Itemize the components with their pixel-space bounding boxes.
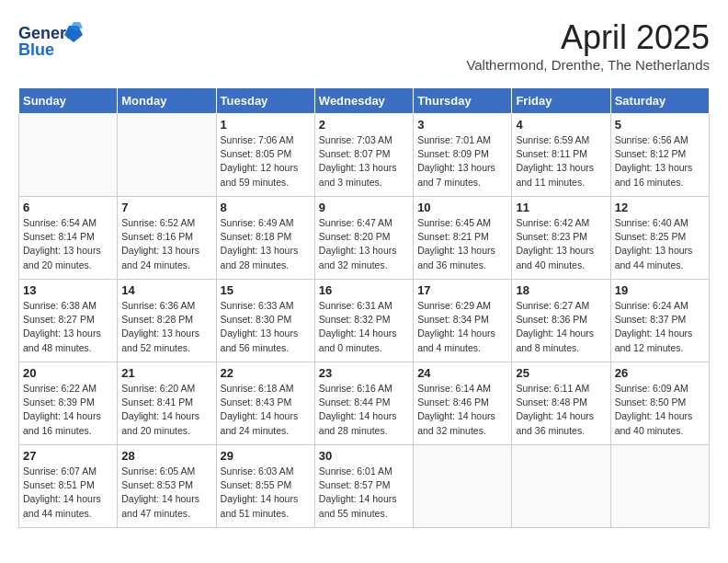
calendar-cell: 16Sunrise: 6:31 AM Sunset: 8:32 PM Dayli… bbox=[314, 280, 413, 362]
calendar-header-row: SundayMondayTuesdayWednesdayThursdayFrid… bbox=[19, 88, 710, 114]
calendar-cell: 1Sunrise: 7:06 AM Sunset: 8:05 PM Daylig… bbox=[216, 114, 314, 197]
calendar-cell: 13Sunrise: 6:38 AM Sunset: 8:27 PM Dayli… bbox=[19, 280, 118, 362]
day-info: Sunrise: 6:07 AM Sunset: 8:51 PM Dayligh… bbox=[23, 465, 113, 521]
page-header: General Blue April 2025 Valthermond, Dre… bbox=[18, 18, 710, 73]
calendar-cell: 9Sunrise: 6:47 AM Sunset: 8:20 PM Daylig… bbox=[314, 197, 413, 280]
calendar-cell: 18Sunrise: 6:27 AM Sunset: 8:36 PM Dayli… bbox=[512, 280, 610, 362]
day-info: Sunrise: 6:29 AM Sunset: 8:34 PM Dayligh… bbox=[417, 299, 507, 355]
day-info: Sunrise: 6:56 AM Sunset: 8:12 PM Dayligh… bbox=[615, 133, 705, 190]
day-number: 12 bbox=[615, 201, 705, 214]
day-info: Sunrise: 6:01 AM Sunset: 8:57 PM Dayligh… bbox=[319, 465, 409, 521]
day-info: Sunrise: 6:49 AM Sunset: 8:18 PM Dayligh… bbox=[221, 216, 311, 272]
day-info: Sunrise: 6:05 AM Sunset: 8:53 PM Dayligh… bbox=[121, 465, 211, 521]
day-info: Sunrise: 6:54 AM Sunset: 8:14 PM Dayligh… bbox=[23, 216, 113, 272]
weekday-header-saturday: Saturday bbox=[610, 88, 709, 114]
location: Valthermond, Drenthe, The Netherlands bbox=[466, 57, 710, 73]
calendar-cell: 28Sunrise: 6:05 AM Sunset: 8:53 PM Dayli… bbox=[118, 445, 216, 528]
day-number: 25 bbox=[516, 366, 606, 380]
calendar-cell: 6Sunrise: 6:54 AM Sunset: 8:14 PM Daylig… bbox=[19, 197, 118, 280]
day-info: Sunrise: 6:20 AM Sunset: 8:41 PM Dayligh… bbox=[121, 382, 211, 438]
calendar-cell: 30Sunrise: 6:01 AM Sunset: 8:57 PM Dayli… bbox=[314, 445, 413, 528]
svg-text:Blue: Blue bbox=[18, 40, 54, 59]
day-number: 17 bbox=[417, 283, 507, 297]
calendar-cell: 19Sunrise: 6:24 AM Sunset: 8:37 PM Dayli… bbox=[610, 280, 709, 362]
calendar-cell: 25Sunrise: 6:11 AM Sunset: 8:48 PM Dayli… bbox=[512, 362, 610, 445]
day-info: Sunrise: 6:16 AM Sunset: 8:44 PM Dayligh… bbox=[319, 382, 409, 438]
day-info: Sunrise: 6:09 AM Sunset: 8:50 PM Dayligh… bbox=[615, 382, 705, 438]
weekday-header-wednesday: Wednesday bbox=[314, 88, 413, 114]
day-number: 9 bbox=[319, 201, 409, 214]
day-number: 10 bbox=[417, 201, 507, 214]
day-info: Sunrise: 6:24 AM Sunset: 8:37 PM Dayligh… bbox=[615, 299, 705, 355]
weekday-header-sunday: Sunday bbox=[19, 88, 118, 114]
calendar-cell: 23Sunrise: 6:16 AM Sunset: 8:44 PM Dayli… bbox=[314, 362, 413, 445]
day-info: Sunrise: 7:06 AM Sunset: 8:05 PM Dayligh… bbox=[221, 133, 311, 190]
calendar-week-4: 20Sunrise: 6:22 AM Sunset: 8:39 PM Dayli… bbox=[19, 362, 710, 445]
day-number: 29 bbox=[221, 449, 311, 463]
calendar-cell bbox=[610, 445, 709, 528]
calendar-cell: 29Sunrise: 6:03 AM Sunset: 8:55 PM Dayli… bbox=[216, 445, 314, 528]
day-info: Sunrise: 6:14 AM Sunset: 8:46 PM Dayligh… bbox=[417, 382, 507, 438]
day-info: Sunrise: 6:22 AM Sunset: 8:39 PM Dayligh… bbox=[23, 382, 113, 438]
day-number: 19 bbox=[615, 283, 705, 297]
calendar-cell bbox=[118, 114, 216, 197]
day-info: Sunrise: 6:31 AM Sunset: 8:32 PM Dayligh… bbox=[319, 299, 409, 355]
day-info: Sunrise: 6:42 AM Sunset: 8:23 PM Dayligh… bbox=[516, 216, 606, 272]
day-info: Sunrise: 6:38 AM Sunset: 8:27 PM Dayligh… bbox=[23, 299, 113, 355]
calendar-cell: 12Sunrise: 6:40 AM Sunset: 8:25 PM Dayli… bbox=[610, 197, 709, 280]
day-info: Sunrise: 6:40 AM Sunset: 8:25 PM Dayligh… bbox=[615, 216, 705, 272]
weekday-header-friday: Friday bbox=[512, 88, 610, 114]
day-info: Sunrise: 6:11 AM Sunset: 8:48 PM Dayligh… bbox=[516, 382, 606, 438]
day-number: 21 bbox=[121, 366, 211, 380]
calendar-week-5: 27Sunrise: 6:07 AM Sunset: 8:51 PM Dayli… bbox=[19, 445, 710, 528]
day-number: 23 bbox=[319, 366, 409, 380]
calendar-cell: 5Sunrise: 6:56 AM Sunset: 8:12 PM Daylig… bbox=[610, 114, 709, 197]
weekday-header-tuesday: Tuesday bbox=[216, 88, 314, 114]
calendar-cell: 11Sunrise: 6:42 AM Sunset: 8:23 PM Dayli… bbox=[512, 197, 610, 280]
day-number: 1 bbox=[221, 118, 311, 132]
day-number: 24 bbox=[417, 366, 507, 380]
day-number: 11 bbox=[516, 201, 606, 214]
calendar-cell: 26Sunrise: 6:09 AM Sunset: 8:50 PM Dayli… bbox=[610, 362, 709, 445]
day-info: Sunrise: 6:18 AM Sunset: 8:43 PM Dayligh… bbox=[221, 382, 311, 438]
calendar-cell: 4Sunrise: 6:59 AM Sunset: 8:11 PM Daylig… bbox=[512, 114, 610, 197]
day-number: 13 bbox=[23, 283, 113, 297]
day-number: 8 bbox=[221, 201, 311, 214]
calendar-cell: 2Sunrise: 7:03 AM Sunset: 8:07 PM Daylig… bbox=[314, 114, 413, 197]
day-number: 26 bbox=[615, 366, 705, 380]
day-number: 16 bbox=[319, 283, 409, 297]
day-info: Sunrise: 7:01 AM Sunset: 8:09 PM Dayligh… bbox=[417, 133, 507, 190]
day-number: 28 bbox=[121, 449, 211, 463]
logo: General Blue bbox=[18, 18, 83, 64]
calendar-week-2: 6Sunrise: 6:54 AM Sunset: 8:14 PM Daylig… bbox=[19, 197, 710, 280]
logo-svg: General Blue bbox=[18, 18, 83, 64]
day-number: 2 bbox=[319, 118, 409, 132]
calendar-cell bbox=[414, 445, 512, 528]
day-number: 30 bbox=[319, 449, 409, 463]
calendar-cell: 22Sunrise: 6:18 AM Sunset: 8:43 PM Dayli… bbox=[216, 362, 314, 445]
day-info: Sunrise: 6:52 AM Sunset: 8:16 PM Dayligh… bbox=[121, 216, 211, 272]
day-info: Sunrise: 7:03 AM Sunset: 8:07 PM Dayligh… bbox=[319, 133, 409, 190]
month-title: April 2025 bbox=[466, 18, 710, 57]
calendar-cell: 3Sunrise: 7:01 AM Sunset: 8:09 PM Daylig… bbox=[414, 114, 512, 197]
calendar-week-3: 13Sunrise: 6:38 AM Sunset: 8:27 PM Dayli… bbox=[19, 280, 710, 362]
calendar-cell bbox=[512, 445, 610, 528]
calendar-cell bbox=[19, 114, 118, 197]
title-block: April 2025 Valthermond, Drenthe, The Net… bbox=[466, 18, 710, 73]
day-info: Sunrise: 6:33 AM Sunset: 8:30 PM Dayligh… bbox=[221, 299, 311, 355]
calendar-cell: 7Sunrise: 6:52 AM Sunset: 8:16 PM Daylig… bbox=[118, 197, 216, 280]
day-info: Sunrise: 6:45 AM Sunset: 8:21 PM Dayligh… bbox=[417, 216, 507, 272]
day-number: 15 bbox=[221, 283, 311, 297]
day-info: Sunrise: 6:59 AM Sunset: 8:11 PM Dayligh… bbox=[516, 133, 606, 190]
calendar-cell: 21Sunrise: 6:20 AM Sunset: 8:41 PM Dayli… bbox=[118, 362, 216, 445]
calendar-cell: 27Sunrise: 6:07 AM Sunset: 8:51 PM Dayli… bbox=[19, 445, 118, 528]
calendar-cell: 17Sunrise: 6:29 AM Sunset: 8:34 PM Dayli… bbox=[414, 280, 512, 362]
calendar-cell: 20Sunrise: 6:22 AM Sunset: 8:39 PM Dayli… bbox=[19, 362, 118, 445]
calendar-cell: 14Sunrise: 6:36 AM Sunset: 8:28 PM Dayli… bbox=[118, 280, 216, 362]
calendar-week-1: 1Sunrise: 7:06 AM Sunset: 8:05 PM Daylig… bbox=[19, 114, 710, 197]
day-info: Sunrise: 6:03 AM Sunset: 8:55 PM Dayligh… bbox=[221, 465, 311, 521]
day-info: Sunrise: 6:47 AM Sunset: 8:20 PM Dayligh… bbox=[319, 216, 409, 272]
day-number: 27 bbox=[23, 449, 113, 463]
calendar-cell: 10Sunrise: 6:45 AM Sunset: 8:21 PM Dayli… bbox=[414, 197, 512, 280]
calendar-table: SundayMondayTuesdayWednesdayThursdayFrid… bbox=[18, 87, 710, 528]
